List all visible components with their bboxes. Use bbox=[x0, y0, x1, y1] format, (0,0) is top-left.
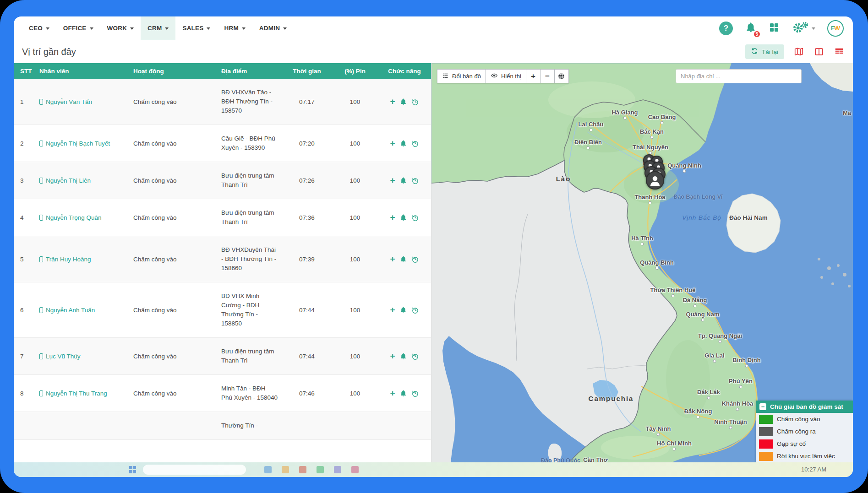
page-header: Vị trí gần đây Tải lại bbox=[14, 40, 853, 63]
legend-swatch bbox=[759, 427, 773, 436]
time-cell: 07:26 bbox=[282, 177, 332, 184]
change-basemap-button[interactable]: Đổi bản đồ bbox=[437, 69, 486, 83]
activity-cell: Chấm công vào bbox=[130, 140, 218, 147]
bell-icon[interactable] bbox=[399, 306, 407, 314]
bell-icon[interactable] bbox=[399, 98, 407, 106]
help-icon[interactable]: ? bbox=[719, 22, 733, 35]
bell-icon[interactable] bbox=[399, 140, 407, 147]
employee-link[interactable]: Nguyễn Anh Tuấn bbox=[39, 307, 95, 314]
legend-title: Chú giải bản đồ giám sát bbox=[770, 403, 843, 410]
legend-label: Chấm công ra bbox=[777, 428, 816, 435]
table-row: 8Nguyễn Thị Thu TrangChấm công vàoMinh T… bbox=[14, 375, 431, 412]
stt-cell: 5 bbox=[14, 256, 36, 263]
legend-collapse-button[interactable]: − bbox=[759, 403, 766, 410]
actions-cell: + bbox=[378, 140, 431, 147]
legend-header: − Chú giải bản đồ giám sát bbox=[756, 401, 853, 413]
history-icon[interactable] bbox=[411, 390, 419, 397]
activity-cell: Chấm công vào bbox=[130, 390, 218, 397]
employee-link[interactable]: Nguyễn Trọng Quân bbox=[39, 214, 102, 221]
nav-item-admin[interactable]: ADMIN bbox=[252, 16, 294, 40]
employee-cell: Nguyễn Văn Tấn bbox=[36, 98, 130, 105]
reload-label: Tải lại bbox=[762, 49, 778, 55]
zoom-in-button[interactable]: + bbox=[526, 69, 540, 83]
bell-icon[interactable] bbox=[399, 390, 407, 397]
plus-icon[interactable]: + bbox=[390, 140, 395, 146]
settings-button[interactable] bbox=[792, 21, 815, 36]
pin-cell: 100 bbox=[332, 256, 378, 263]
notifications-button[interactable]: 5 bbox=[745, 22, 757, 35]
chevron-down-icon bbox=[46, 27, 49, 30]
plus-icon[interactable]: + bbox=[390, 177, 395, 184]
history-icon[interactable] bbox=[411, 306, 419, 314]
chevron-down-icon bbox=[812, 27, 815, 30]
activity-cell: Chấm công vào bbox=[130, 214, 218, 221]
map-pane[interactable]: MaHà GiangCao BằngLai ChâuBắc KạnĐiện Bi… bbox=[431, 63, 853, 462]
nav-item-ceo[interactable]: CEO bbox=[22, 16, 56, 40]
zoom-out-button[interactable]: − bbox=[540, 69, 555, 83]
refresh-icon bbox=[751, 48, 758, 56]
app-window: CEOOFFICEWORKCRMSALESHRMADMIN ? 5 bbox=[14, 16, 853, 477]
nav-item-office[interactable]: OFFICE bbox=[56, 16, 100, 40]
bell-icon[interactable] bbox=[399, 177, 407, 184]
activity-cell: Chấm công vào bbox=[130, 307, 218, 314]
taskbar-app-icons[interactable] bbox=[264, 466, 359, 473]
history-icon[interactable] bbox=[411, 98, 419, 106]
table-row: 5Trần Huy HoàngChấm công vàoBĐ VHXDuyên … bbox=[14, 236, 431, 282]
nav-item-work[interactable]: WORK bbox=[100, 16, 141, 40]
avatar[interactable]: F W bbox=[827, 20, 844, 37]
table-row: 4Nguyễn Trọng QuânChấm công vàoBưu điện … bbox=[14, 199, 431, 236]
os-taskbar[interactable]: 10:27 AM bbox=[14, 462, 853, 477]
bell-icon[interactable] bbox=[399, 255, 407, 263]
split-view-icon[interactable] bbox=[813, 46, 824, 57]
taskbar-search[interactable] bbox=[143, 465, 246, 475]
stt-cell: 3 bbox=[14, 177, 36, 184]
employee-link[interactable]: Nguyễn Thị Liên bbox=[39, 177, 91, 184]
phone-icon bbox=[39, 256, 43, 262]
employee-link[interactable]: Trần Huy Hoàng bbox=[39, 256, 91, 263]
apps-grid-button[interactable] bbox=[769, 22, 780, 35]
city-dot bbox=[661, 121, 664, 125]
reload-button[interactable]: Tải lại bbox=[745, 44, 784, 59]
history-icon[interactable] bbox=[411, 177, 419, 184]
clock: 10:27 AM bbox=[801, 466, 826, 473]
city-dot bbox=[707, 396, 710, 400]
history-icon[interactable] bbox=[411, 255, 419, 263]
city-dot bbox=[649, 201, 652, 205]
employee-link[interactable]: Nguyễn Thị Bạch Tuyết bbox=[39, 140, 110, 147]
layers-list-icon bbox=[442, 72, 449, 81]
plus-icon[interactable]: + bbox=[390, 214, 395, 221]
globe-button[interactable] bbox=[555, 69, 569, 83]
map-legend: − Chú giải bản đồ giám sát Chấm công vào… bbox=[756, 401, 853, 462]
start-menu-icon[interactable] bbox=[129, 466, 136, 473]
nav-item-sales[interactable]: SALES bbox=[175, 16, 217, 40]
city-dot bbox=[736, 408, 739, 411]
plus-icon[interactable]: + bbox=[390, 98, 395, 105]
plus-icon[interactable]: + bbox=[390, 256, 395, 262]
bell-icon[interactable] bbox=[399, 214, 407, 222]
plus-icon[interactable]: + bbox=[390, 307, 395, 313]
map-view-icon[interactable] bbox=[793, 46, 804, 57]
show-layers-button[interactable]: Hiển thị bbox=[486, 69, 526, 83]
employee-link[interactable]: Nguyễn Thị Thu Trang bbox=[39, 390, 107, 397]
stt-cell: 2 bbox=[14, 140, 36, 147]
history-icon[interactable] bbox=[411, 352, 419, 360]
legend-swatch bbox=[759, 452, 773, 461]
bell-icon[interactable] bbox=[399, 352, 407, 360]
table-view-icon[interactable] bbox=[834, 46, 845, 57]
nav-item-crm[interactable]: CRM bbox=[141, 16, 175, 40]
pin-cell: 100 bbox=[332, 353, 378, 360]
actions-cell: + bbox=[378, 214, 431, 222]
plus-icon[interactable]: + bbox=[390, 390, 395, 396]
employee-marker[interactable] bbox=[646, 171, 664, 190]
pin-cell: 100 bbox=[332, 140, 378, 147]
address-search-input[interactable] bbox=[676, 69, 802, 83]
pin-cell: 100 bbox=[332, 390, 378, 397]
actions-cell: + bbox=[378, 98, 431, 106]
history-icon[interactable] bbox=[411, 214, 419, 222]
employee-link[interactable]: Nguyễn Văn Tấn bbox=[39, 98, 92, 105]
nav-item-hrm[interactable]: HRM bbox=[217, 16, 252, 40]
history-icon[interactable] bbox=[411, 140, 419, 147]
column-header: Chức năng bbox=[378, 68, 431, 75]
plus-icon[interactable]: + bbox=[390, 353, 395, 359]
employee-link[interactable]: Lục Vũ Thủy bbox=[39, 353, 81, 360]
